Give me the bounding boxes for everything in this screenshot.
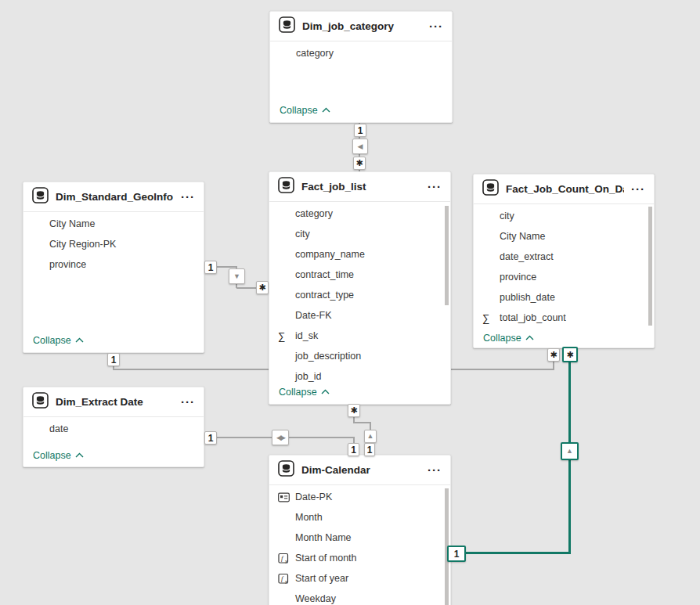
field-row[interactable]: province [474,267,654,287]
field-row[interactable]: Date-FK [269,305,450,326]
field-row[interactable]: city [474,206,654,226]
field-row[interactable]: Date-PK [269,487,450,507]
cardinality-badge-one[interactable]: 1 [204,431,217,445]
chevron-up-icon [525,335,534,341]
more-options-button[interactable]: ··· [181,387,195,417]
table-icon [279,16,295,36]
table-card-dim-calendar[interactable]: Dim-Calendar ··· Date-PK Month Month Nam… [269,455,451,605]
field-row[interactable]: Weekday [269,589,450,605]
svg-text:f: f [281,574,284,582]
model-view-canvas[interactable]: Dim_job_category ··· category Collapse F… [0,0,700,605]
field-row[interactable]: City Name [23,214,204,234]
table-card-fact-job-count-on-date[interactable]: Fact_Job_Count_On_Dat... ··· city City N… [473,174,655,348]
cardinality-badge-one[interactable]: 1 [107,353,120,366]
calculated-column-icon: fx [278,573,295,585]
sigma-icon: ∑ [482,312,500,324]
field-row[interactable]: date_extract [474,247,654,267]
cardinality-badge-one[interactable]: 1 [354,124,366,137]
table-header: Dim_Extract Date ··· [23,387,204,417]
more-options-button[interactable]: ··· [429,12,443,41]
field-row[interactable]: City Name [474,226,654,247]
filter-direction-up-icon[interactable]: ▲ [364,430,377,443]
cardinality-badge-one[interactable]: 1 [204,261,217,274]
field-row[interactable]: date [23,419,204,439]
field-row[interactable]: contract_type [269,285,450,305]
table-title: Dim_Extract Date [56,396,174,408]
table-icon [482,179,499,199]
field-row[interactable]: publish_date [474,287,654,308]
svg-text:f: f [281,554,284,562]
filter-direction-down-icon[interactable]: ▼ [229,268,245,284]
table-icon [278,460,294,480]
field-row[interactable]: Month Name [269,528,450,548]
relationship-line-geoinfo-factjobcount[interactable] [553,361,554,369]
card-scrollbar[interactable] [445,206,449,305]
field-row[interactable]: job_id [269,366,450,387]
filter-direction-both-icon[interactable]: ◀▶ [272,430,289,445]
cardinality-badge-many[interactable]: ✱ [348,404,360,417]
card-scrollbar[interactable] [648,207,652,326]
table-header: Dim_Standard_GeoInfo ··· [23,182,204,212]
field-row[interactable]: contract_time [269,265,450,285]
field-row[interactable]: category [269,203,450,224]
filter-direction-up-icon-selected[interactable]: ▲ [561,442,579,460]
table-header: Dim-Calendar ··· [269,456,450,485]
field-row[interactable]: city [269,224,450,244]
field-row[interactable]: fx Start of year [269,568,450,589]
field-row[interactable]: job_description [269,346,450,366]
more-options-button[interactable]: ··· [181,182,195,212]
relationship-line-geoinfo-factjoblist[interactable] [236,287,257,289]
date-table-icon [278,492,295,502]
table-title: Fact_job_list [301,181,420,193]
filter-direction-left-icon[interactable]: ◀ [352,139,368,154]
collapse-button[interactable]: Collapse [33,335,84,346]
table-card-dim-job-category[interactable]: Dim_job_category ··· category Collapse [269,11,453,123]
table-title: Fact_Job_Count_On_Dat... [506,183,624,195]
table-card-dim-standard-geoinfo[interactable]: Dim_Standard_GeoInfo ··· City Name City … [23,182,204,353]
table-icon [32,392,49,412]
field-row[interactable]: fx Start of month [269,548,450,568]
cardinality-badge-many[interactable]: ✱ [256,281,269,294]
cardinality-badge-one-selected[interactable]: 1 [447,546,466,562]
chevron-up-icon [322,107,330,113]
chevron-up-icon [75,337,84,344]
table-card-fact-job-list[interactable]: Fact_job_list ··· category city company_… [269,171,451,405]
cardinality-badge-many[interactable]: ✱ [547,348,560,362]
table-icon [278,177,294,196]
cardinality-badge-many[interactable]: ✱ [353,157,366,170]
relationship-line-factjoblist-calendar[interactable] [353,422,371,423]
table-header: Fact_Job_Count_On_Dat... ··· [474,175,654,204]
relationship-line-geoinfo-factjoblist[interactable] [217,266,237,268]
more-options-button[interactable]: ··· [631,175,645,204]
table-header: Dim_job_category ··· [270,12,452,41]
table-card-dim-extract-date[interactable]: Dim_Extract Date ··· date Collapse [23,387,204,467]
chevron-up-icon [321,389,330,395]
collapse-button[interactable]: Collapse [483,333,534,344]
table-header: Fact_job_list ··· [269,172,450,202]
table-title: Dim-Calendar [301,464,420,476]
field-row[interactable]: ∑total_job_count [474,308,654,328]
field-row[interactable]: ∑id_sk [269,326,450,346]
table-title: Dim_Standard_GeoInfo [56,191,174,203]
sigma-icon: ∑ [278,330,295,342]
table-title: Dim_job_category [302,20,422,32]
field-row[interactable]: company_name [269,244,450,265]
relationship-line-calendar-factjobcount-selected[interactable] [465,552,571,554]
field-row[interactable]: Month [269,507,450,528]
collapse-button[interactable]: Collapse [280,105,330,116]
more-options-button[interactable]: ··· [428,456,442,485]
field-row[interactable]: category [270,43,452,63]
cardinality-badge-many-selected[interactable]: ✱ [562,347,578,362]
collapse-button[interactable]: Collapse [279,387,334,398]
table-icon [32,187,49,207]
field-row[interactable]: province [23,254,204,275]
calculated-column-icon: fx [278,553,295,564]
field-row[interactable]: City Region-PK [23,234,204,254]
collapse-button[interactable]: Collapse [33,450,84,461]
cardinality-badge-one[interactable]: 1 [364,443,375,456]
more-options-button[interactable]: ··· [428,172,442,202]
cardinality-badge-one[interactable]: 1 [348,443,359,456]
chevron-up-icon [75,452,84,459]
